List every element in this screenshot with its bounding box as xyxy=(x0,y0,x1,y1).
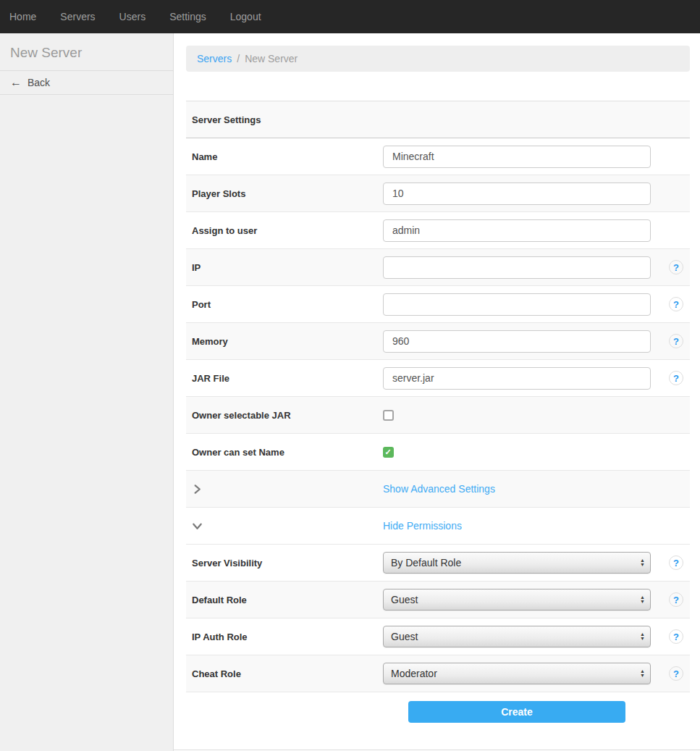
back-label: Back xyxy=(28,77,50,88)
default-role-label: Default Role xyxy=(186,595,383,605)
select-value: By Default Role xyxy=(391,557,461,569)
select-arrows-icon xyxy=(640,669,645,678)
select-value: Guest xyxy=(391,594,418,605)
default-role-select[interactable]: Guest xyxy=(383,589,651,611)
help-icon[interactable]: ? xyxy=(669,260,683,274)
breadcrumb-separator: / xyxy=(237,53,240,64)
nav-item-users[interactable]: Users xyxy=(119,11,146,22)
form-row-memory: Memory ? xyxy=(186,323,690,360)
form-row-create: Create xyxy=(186,692,690,732)
ip-input[interactable] xyxy=(383,256,651,279)
nav-item-settings[interactable]: Settings xyxy=(169,11,206,22)
help-icon[interactable]: ? xyxy=(669,629,683,644)
server-visibility-label: Server Visibility xyxy=(186,558,383,569)
port-label: Port xyxy=(186,299,383,310)
server-settings-form: Server Settings Name Player Slots Assign… xyxy=(186,101,690,732)
help-icon[interactable]: ? xyxy=(669,371,683,385)
breadcrumb: Servers / New Server xyxy=(186,46,690,72)
form-row-player-slots: Player Slots xyxy=(186,175,690,212)
owner-can-set-name-label: Owner can set Name xyxy=(186,447,383,458)
form-row-port: Port ? xyxy=(186,286,690,323)
create-button[interactable]: Create xyxy=(408,701,625,723)
player-slots-label: Player Slots xyxy=(186,188,383,199)
breadcrumb-servers-link[interactable]: Servers xyxy=(197,53,232,64)
form-row-owner-selectable-jar: Owner selectable JAR xyxy=(186,397,690,434)
help-icon[interactable]: ? xyxy=(669,334,683,348)
cheat-role-select[interactable]: Moderator xyxy=(383,663,651,684)
port-input[interactable] xyxy=(383,293,651,316)
ip-label: IP xyxy=(186,262,383,273)
main-content: Servers / New Server Server Settings Nam… xyxy=(174,33,700,751)
hide-permissions-link[interactable]: Hide Permissions xyxy=(383,520,462,532)
jar-file-label: JAR File xyxy=(186,373,383,384)
chevron-down-icon xyxy=(186,521,383,532)
form-row-owner-can-set-name: Owner can set Name xyxy=(186,434,690,471)
select-arrows-icon xyxy=(640,595,645,604)
bottom-divider xyxy=(174,750,700,750)
help-icon[interactable]: ? xyxy=(669,592,683,607)
form-row-server-visibility: Server Visibility By Default Role ? xyxy=(186,545,690,582)
select-arrows-icon xyxy=(640,632,645,641)
memory-label: Memory xyxy=(186,336,383,347)
form-row-name: Name xyxy=(186,138,690,175)
form-row-show-advanced: Show Advanced Settings xyxy=(186,471,690,508)
section-header-row: Server Settings xyxy=(186,101,690,138)
breadcrumb-current: New Server xyxy=(245,53,298,64)
form-row-assign-to-user: Assign to user xyxy=(186,212,690,249)
name-label: Name xyxy=(186,151,383,162)
assign-to-user-label: Assign to user xyxy=(186,225,383,236)
section-header: Server Settings xyxy=(186,114,383,125)
help-icon[interactable]: ? xyxy=(669,666,683,681)
form-row-hide-permissions: Hide Permissions xyxy=(186,508,690,545)
form-row-jar-file: JAR File ? xyxy=(186,360,690,397)
help-icon[interactable]: ? xyxy=(669,297,683,311)
player-slots-input[interactable] xyxy=(383,182,651,205)
arrow-left-icon: ← xyxy=(10,77,22,88)
select-value: Guest xyxy=(391,631,418,642)
owner-selectable-jar-checkbox[interactable] xyxy=(383,410,394,421)
memory-input[interactable] xyxy=(383,330,651,353)
ip-auth-role-select[interactable]: Guest xyxy=(383,626,651,647)
nav-item-home[interactable]: Home xyxy=(9,11,36,22)
show-advanced-settings-link[interactable]: Show Advanced Settings xyxy=(383,483,495,495)
ip-auth-role-label: IP Auth Role xyxy=(186,632,383,642)
nav-item-servers[interactable]: Servers xyxy=(60,11,95,22)
form-row-ip-auth-role: IP Auth Role Guest ? xyxy=(186,618,690,655)
cheat-role-label: Cheat Role xyxy=(186,668,383,679)
jar-file-input[interactable] xyxy=(383,367,651,390)
help-icon[interactable]: ? xyxy=(669,555,683,570)
name-input[interactable] xyxy=(383,146,651,168)
assign-to-user-input[interactable] xyxy=(383,219,651,242)
page-title: New Server xyxy=(0,33,173,71)
top-navbar: Home Servers Users Settings Logout xyxy=(0,0,700,33)
server-visibility-select[interactable]: By Default Role xyxy=(383,552,651,574)
sidebar: New Server ← Back xyxy=(0,33,174,751)
form-row-default-role: Default Role Guest ? xyxy=(186,582,690,618)
form-row-cheat-role: Cheat Role Moderator ? xyxy=(186,655,690,692)
select-value: Moderator xyxy=(391,668,437,679)
form-row-ip: IP ? xyxy=(186,249,690,286)
owner-selectable-jar-label: Owner selectable JAR xyxy=(186,410,383,421)
back-button[interactable]: ← Back xyxy=(0,71,173,95)
nav-item-logout[interactable]: Logout xyxy=(230,11,261,22)
select-arrows-icon xyxy=(640,558,645,567)
chevron-right-icon xyxy=(186,484,383,495)
owner-can-set-name-checkbox[interactable] xyxy=(383,447,394,458)
